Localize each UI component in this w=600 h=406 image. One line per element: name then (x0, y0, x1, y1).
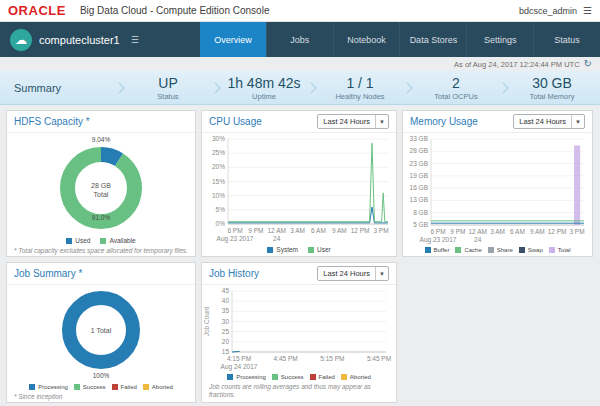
healthy-nodes-label: Healthy Nodes (312, 92, 408, 101)
tab-settings[interactable]: Settings (466, 22, 533, 57)
tab-status[interactable]: Status (533, 22, 600, 57)
hdfs-total-value: 28 GB (51, 181, 151, 190)
svg-text:6 PM: 6 PM (227, 227, 242, 234)
healthy-nodes-value: 1 / 1 (312, 75, 408, 91)
job-history-header: Job History Last 24 Hours ▼ (202, 263, 396, 285)
svg-text:9 AM: 9 AM (530, 228, 545, 235)
svg-text:3 PM: 3 PM (373, 227, 388, 234)
legend-item: Processing (29, 384, 68, 390)
legend-item: Success (74, 384, 106, 390)
refresh-icon[interactable]: ↻ (584, 59, 592, 69)
svg-text:Job Count: Job Count (203, 306, 210, 336)
hdfs-legend: UsedAvailable (7, 235, 195, 247)
tab-notebook[interactable]: Notebook (333, 22, 400, 57)
legend-swatch-icon (425, 247, 431, 253)
top-bar: ORACLE Big Data Cloud - Compute Edition … (0, 0, 600, 22)
svg-text:23 GB: 23 GB (410, 160, 428, 167)
legend-item: User (308, 246, 331, 253)
svg-text:35: 35 (222, 307, 230, 314)
svg-text:Aug 23 2017: Aug 23 2017 (420, 236, 457, 244)
user-menu[interactable]: bdcsce_admin (519, 6, 577, 16)
user-menu-icon[interactable]: ☰ (583, 6, 592, 16)
hdfs-capacity-card: HDFS Capacity * 9.04% 28 GB Total 91.0% … (6, 110, 196, 257)
job-summary-body: 1 Total 100% (7, 285, 195, 382)
job-summary-legend: ProcessingSuccessFailedAborted (7, 382, 195, 393)
job-history-body: 454035302520154:15 PM4:45 PM5:15 PM5:45 … (202, 285, 396, 372)
legend-item: Failed (112, 384, 137, 390)
hdfs-total-caption: Total (51, 190, 151, 199)
memory-range-value: Last 24 Hours (514, 117, 571, 126)
svg-text:20%: 20% (212, 163, 225, 170)
job-summary-card: Job Summary * 1 Total 100% ProcessingSuc… (6, 262, 196, 403)
legend-item: Aborted (341, 374, 371, 380)
summary-metric-uptime: 1h 48m 42s Uptime (216, 75, 312, 101)
legend-swatch-icon (549, 247, 555, 253)
cpu-legend: SystemUser (202, 244, 396, 256)
cluster-icon: ☁ (10, 29, 32, 51)
summary-metric-status: UP Status (120, 75, 216, 101)
legend-swatch-icon (227, 374, 233, 380)
svg-text:Aug 23 2017: Aug 23 2017 (217, 235, 254, 243)
chevron-down-icon: ▼ (375, 267, 388, 280)
svg-text:6 PM: 6 PM (430, 228, 445, 235)
uptime-value: 1h 48m 42s (216, 75, 312, 91)
svg-text:0%: 0% (216, 220, 226, 227)
legend-item: Aborted (143, 384, 173, 390)
asof-row: As of Aug 24, 2017 12:24:44 PM UTC ↻ (0, 57, 600, 71)
job-processing-percent-label: 100% (59, 372, 143, 379)
hdfs-used-percent-label: 9.04% (51, 136, 151, 143)
memory-usage-card: Memory Usage Last 24 Hours ▼ 33 GB28 GB2… (402, 110, 593, 257)
svg-text:8 GB: 8 GB (413, 209, 428, 216)
legend-swatch-icon (519, 247, 525, 253)
tab-overview[interactable]: Overview (200, 22, 266, 57)
job-history-card: Job History Last 24 Hours ▼ 454035302520… (201, 262, 397, 403)
memory-usage-header: Memory Usage Last 24 Hours ▼ (403, 111, 592, 133)
legend-item: Cache (455, 247, 481, 253)
job-summary-title: Job Summary * (14, 268, 82, 279)
job-summary-footnote: * Since inception (7, 393, 195, 403)
svg-text:24: 24 (273, 235, 281, 242)
job-history-range-dropdown[interactable]: Last 24 Hours ▼ (317, 266, 389, 281)
legend-swatch-icon (488, 247, 494, 253)
svg-text:12 PM: 12 PM (351, 227, 370, 234)
hdfs-capacity-body: 9.04% 28 GB Total 91.0% (7, 133, 195, 235)
tab-data-stores[interactable]: Data Stores (399, 22, 466, 57)
cluster-info: ☁ computecluster1 ☰ (0, 22, 200, 57)
hdfs-capacity-header: HDFS Capacity * (7, 111, 195, 133)
legend-item: Available (100, 237, 135, 244)
cpu-range-dropdown[interactable]: Last 24 Hours ▼ (317, 114, 389, 129)
total-memory-label: Total Memory (504, 92, 600, 101)
job-summary-center-label: 1 Total (59, 326, 143, 335)
svg-text:6 AM: 6 AM (311, 227, 326, 234)
svg-text:45: 45 (222, 287, 230, 294)
cpu-range-value: Last 24 Hours (318, 117, 375, 126)
legend-item: System (267, 246, 298, 253)
svg-text:20: 20 (222, 338, 230, 345)
cluster-menu-icon[interactable]: ☰ (131, 35, 139, 45)
svg-text:4:45 PM: 4:45 PM (274, 355, 298, 362)
memory-usage-title: Memory Usage (410, 116, 478, 127)
summary-metric-total-ocpus: 2 Total OCPUs (408, 75, 504, 101)
total-ocpus-label: Total OCPUs (408, 92, 504, 101)
svg-text:30%: 30% (212, 135, 225, 142)
memory-legend: BufferCacheShareSwapTotal (403, 245, 592, 256)
status-label: Status (120, 92, 216, 101)
svg-text:6 AM: 6 AM (510, 228, 525, 235)
svg-text:5%: 5% (216, 206, 226, 213)
legend-swatch-icon (455, 247, 461, 253)
memory-range-dropdown[interactable]: Last 24 Hours ▼ (513, 114, 585, 129)
cluster-bar: ☁ computecluster1 ☰ Overview Jobs Notebo… (0, 22, 600, 57)
svg-text:9 AM: 9 AM (332, 227, 347, 234)
oracle-logo: ORACLE (8, 3, 66, 18)
svg-text:3 AM: 3 AM (290, 227, 305, 234)
legend-swatch-icon (341, 374, 347, 380)
svg-text:15: 15 (222, 348, 230, 355)
summary-label: Summary (0, 82, 120, 94)
top-bar-right: bdcsce_admin ☰ (519, 6, 592, 16)
total-memory-value: 30 GB (504, 75, 600, 91)
hdfs-capacity-donut: 9.04% 28 GB Total 91.0% (51, 135, 151, 235)
tab-jobs[interactable]: Jobs (266, 22, 333, 57)
svg-text:30: 30 (222, 318, 230, 325)
legend-item: Used (66, 237, 90, 244)
hdfs-footnote: * Total capacity excludes space allocate… (7, 247, 195, 257)
